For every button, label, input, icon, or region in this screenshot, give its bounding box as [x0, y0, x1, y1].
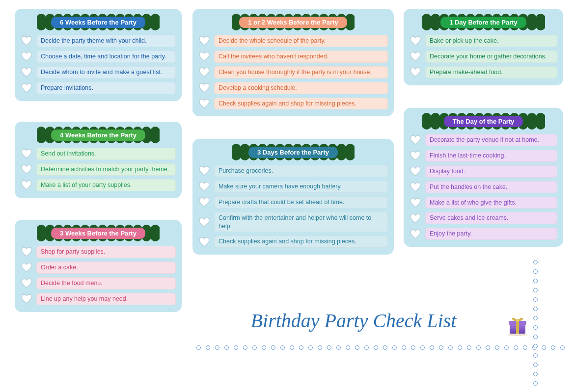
heart-icon[interactable] — [410, 229, 421, 239]
checklist-item: Decide the party theme with your child. — [36, 35, 176, 47]
checklist-item: Serve cakes and ice creams. — [425, 212, 557, 224]
heart-icon[interactable] — [21, 82, 32, 93]
heart-icon[interactable] — [21, 164, 32, 175]
heart-icon[interactable] — [198, 98, 210, 109]
bead-icon — [523, 345, 527, 350]
checklist-row: Confirm with the entertainer and helper … — [198, 212, 388, 233]
svg-point-143 — [336, 151, 346, 160]
card-title: The Day of the Party — [444, 116, 523, 127]
bead-icon — [504, 345, 509, 350]
checklist-item: Decide whom to invite and make a guest l… — [36, 66, 176, 78]
bead-icon — [355, 345, 359, 350]
checklist-item: Prepare make-ahead food. — [425, 66, 557, 78]
bead-icon — [533, 279, 538, 283]
checklist-row: Prepare crafts that could be set ahead o… — [198, 196, 388, 209]
bead-icon — [486, 345, 490, 350]
bead-icon — [318, 345, 322, 350]
heart-icon[interactable] — [198, 236, 210, 247]
bead-icon — [551, 345, 555, 350]
card-badge: 3 Days Before the Party — [232, 144, 355, 160]
checklist-row: Clean you house thoroughly if the party … — [198, 66, 388, 78]
svg-point-190 — [430, 120, 440, 130]
checklist-item: Check supplies again and shop for missin… — [214, 235, 388, 248]
heart-icon[interactable] — [21, 67, 32, 78]
heart-icon[interactable] — [410, 134, 421, 145]
bead-icon — [374, 345, 378, 350]
checklist-item: Make a list of your party supplies. — [36, 179, 176, 191]
checklist-card-c1: 4 Weeks Before the Party Send out invita… — [15, 122, 182, 198]
bead-icon — [215, 345, 219, 350]
heart-icon[interactable] — [198, 217, 210, 228]
heart-icon[interactable] — [410, 166, 421, 177]
bead-icon — [448, 345, 453, 350]
svg-point-208 — [516, 319, 519, 322]
bead-icon — [514, 345, 518, 350]
heart-icon[interactable] — [410, 213, 421, 224]
heart-icon[interactable] — [21, 293, 32, 304]
checklist-card-c2: 3 Weeks Before the Party Shop for party … — [15, 220, 182, 312]
checklist-item: Determine activities to match your party… — [36, 163, 176, 176]
heart-icon[interactable] — [21, 262, 32, 273]
bead-icon — [411, 345, 415, 350]
card-title: 6 Weeks Before the Party — [51, 17, 145, 28]
heart-icon[interactable] — [198, 67, 210, 78]
checklist-item: Check supplies again and shop for missin… — [214, 98, 388, 110]
bead-icon — [308, 345, 313, 350]
card-title: 1 or 2 Weeks Before the Party — [239, 17, 347, 28]
heart-icon[interactable] — [410, 197, 421, 208]
checklist-item: Put the handles on the cake. — [425, 181, 557, 193]
bead-icon — [252, 345, 257, 350]
checklist-row: Make a list of your party supplies. — [21, 179, 176, 191]
heart-icon[interactable] — [198, 197, 210, 208]
heart-icon[interactable] — [410, 150, 421, 161]
bead-icon — [262, 345, 266, 350]
card-badge: 3 Weeks Before the Party — [37, 225, 160, 241]
bead-icon — [533, 363, 538, 367]
card-badge: 1 or 2 Weeks Before the Party — [232, 14, 355, 30]
heart-icon[interactable] — [198, 35, 210, 46]
checklist-item: Choose a date, time and location for the… — [36, 51, 176, 63]
bead-icon — [533, 372, 538, 376]
checklist-row: Order a cake. — [21, 261, 176, 274]
checklist-row: Put the handles on the cake. — [410, 181, 557, 193]
checklist-row: Bake or pick up the cake. — [410, 35, 557, 47]
heart-icon[interactable] — [21, 180, 32, 190]
heart-icon[interactable] — [21, 278, 32, 288]
card-badge: 6 Weeks Before the Party — [37, 14, 160, 30]
bead-icon — [533, 344, 538, 348]
heart-icon[interactable] — [21, 51, 32, 62]
bead-icon — [346, 345, 350, 350]
heart-icon[interactable] — [198, 165, 210, 176]
heart-icon[interactable] — [410, 182, 421, 192]
checklist-item: Bake or pick up the cake. — [425, 35, 557, 47]
checklist-item: Purchase groceries. — [214, 165, 388, 177]
checklist-row: Line up any help you may need. — [21, 293, 176, 305]
bead-icon — [234, 345, 238, 350]
heart-icon[interactable] — [198, 181, 210, 192]
heart-icon[interactable] — [410, 51, 421, 62]
checklist-row: Call the invitees who haven't responded. — [198, 51, 388, 63]
bead-icon — [533, 335, 538, 339]
bead-icon — [290, 345, 294, 350]
svg-point-201 — [527, 120, 537, 130]
bead-icon — [383, 345, 387, 350]
checklist-row: Decide the whole schedule of the party. — [198, 35, 388, 47]
bead-icon — [392, 345, 397, 350]
bead-icon — [533, 316, 538, 320]
checklist-card-c6: The Day of the Party Decorate the party … — [404, 108, 563, 247]
heart-icon[interactable] — [21, 148, 32, 159]
heart-icon[interactable] — [410, 67, 421, 78]
bead-icon — [533, 325, 538, 330]
decorative-beads-vertical — [532, 260, 538, 388]
heart-icon[interactable] — [21, 35, 32, 46]
bead-icon — [327, 345, 331, 350]
heart-icon[interactable] — [410, 35, 421, 46]
heart-icon[interactable] — [21, 246, 32, 257]
heart-icon[interactable] — [198, 82, 210, 93]
bead-icon — [299, 345, 303, 350]
card-badge: 4 Weeks Before the Party — [37, 127, 160, 143]
heart-icon[interactable] — [198, 51, 210, 62]
bead-icon — [458, 345, 462, 350]
checklist-row: Display food. — [410, 165, 557, 178]
checklist-item: Decide the whole schedule of the party. — [214, 35, 388, 47]
